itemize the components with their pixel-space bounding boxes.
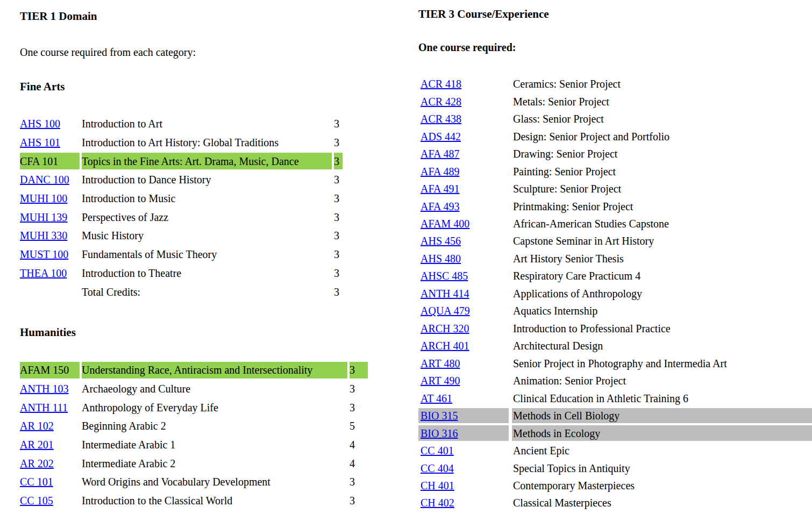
course-code-link[interactable]: AFA 489 <box>421 166 459 177</box>
course-title-cell: Introduction to Music <box>82 189 332 208</box>
course-title-cell: Intermediate Arabic 2 <box>82 454 347 473</box>
course-code-link[interactable]: ARCH 401 <box>421 340 469 352</box>
course-row: AFA 491Sculpture: Senior Project <box>418 180 812 197</box>
course-code-cell: ART 480 <box>418 355 509 372</box>
course-row: ADS 442Design: Senior Project and Portfo… <box>418 127 812 145</box>
course-title-cell: Sculpture: Senior Project <box>512 180 812 197</box>
course-code-link[interactable]: AR 201 <box>20 439 54 451</box>
course-credits-cell: 3 <box>350 361 368 380</box>
course-code-link[interactable]: AT 461 <box>421 392 452 404</box>
course-code-link[interactable]: AFA 491 <box>421 183 459 195</box>
course-code-cell: MUHI 330 <box>20 226 80 245</box>
course-title-cell: Glass: Senior Project <box>512 110 812 127</box>
course-code-link[interactable]: ACR 438 <box>421 113 461 125</box>
course-row: AFAM 400African-American Studies Capston… <box>418 215 812 232</box>
course-code-link[interactable]: ARCH 320 <box>421 323 469 334</box>
course-code-link[interactable]: DANC 100 <box>20 174 69 185</box>
course-code-cell: AFA 489 <box>418 162 509 180</box>
course-code-link[interactable]: ANTH 111 <box>20 402 68 413</box>
course-code-link[interactable]: THEA 100 <box>20 267 67 279</box>
course-code-link[interactable]: CH 401 <box>421 480 454 491</box>
course-row: ANTH 414Applications of Anthropology <box>418 285 812 302</box>
course-code-link[interactable]: CC 401 <box>421 445 454 456</box>
course-code-cell: AQUA 479 <box>418 302 509 319</box>
course-code-cell: ARCH 401 <box>418 337 509 354</box>
course-title-cell: Architectural Design <box>512 337 812 354</box>
course-title-cell: Anthropology of Everyday Life <box>82 398 347 417</box>
course-code-cell: AHS 480 <box>418 250 509 267</box>
course-credits-cell: 4 <box>350 436 368 454</box>
course-credits-cell: 3 <box>350 473 368 491</box>
course-row: DANC 100Introduction to Dance History3 <box>20 170 343 189</box>
course-credits-cell: 3 <box>334 170 343 189</box>
course-credits-cell: 3 <box>350 398 368 417</box>
course-row: AHS 100Introduction to Art3 <box>20 115 343 133</box>
course-code-cell: ACR 438 <box>418 110 509 127</box>
course-code-link[interactable]: CC 105 <box>20 495 53 506</box>
course-row: AQUA 479Aquatics Internship <box>418 302 812 319</box>
course-code-link[interactable]: ART 490 <box>421 375 460 387</box>
course-code-link[interactable]: AHS 101 <box>20 137 60 148</box>
course-row: BIO 316Methods in Ecology <box>418 424 812 441</box>
course-title-cell: Introduction to the Classical World <box>82 491 347 510</box>
course-code-link[interactable]: MUHI 100 <box>20 192 67 204</box>
course-code-link[interactable]: AQUA 479 <box>421 305 470 317</box>
course-code-cell: AFAM 150 <box>20 361 80 380</box>
course-code-link[interactable]: CC 404 <box>421 462 454 474</box>
course-row: AR 202Intermediate Arabic 24 <box>20 454 368 473</box>
course-code-cell: CC 101 <box>20 473 80 491</box>
course-code-cell: THEA 100 <box>20 264 80 283</box>
course-title-cell: Respiratory Care Practicum 4 <box>512 267 812 284</box>
course-code-link[interactable]: AFA 493 <box>421 201 459 212</box>
course-title-cell: Animation: Senior Project <box>512 372 812 389</box>
course-credits-cell: 3 <box>334 282 343 301</box>
course-code-cell: DANC 100 <box>20 170 80 189</box>
course-code-link[interactable]: AFAM 400 <box>421 218 469 230</box>
course-title-cell: Introduction to Theatre <box>82 264 332 283</box>
course-row: CC 101Word Origins and Vocabulary Develo… <box>20 473 368 491</box>
course-credits-cell: 3 <box>334 115 343 133</box>
course-row: CC 404Special Topics in Antiquity <box>418 459 812 476</box>
course-code-link[interactable]: BIO 315 <box>421 410 458 422</box>
course-code-link[interactable]: AHSC 485 <box>421 270 468 282</box>
course-code-link[interactable]: ANTH 414 <box>421 288 469 299</box>
course-code-link[interactable]: ANTH 103 <box>20 383 69 395</box>
course-code-link[interactable]: AHS 456 <box>421 235 461 247</box>
course-code-link[interactable]: ACR 428 <box>421 96 461 108</box>
course-code-link[interactable]: AHS 480 <box>421 253 461 265</box>
course-code-cell: AR 202 <box>20 454 80 473</box>
humanities-heading: Humanities <box>20 326 76 339</box>
course-row: ARCH 401Architectural Design <box>418 337 812 354</box>
course-code-link[interactable]: CH 402 <box>421 497 454 509</box>
course-code-link[interactable]: ACR 418 <box>421 78 461 90</box>
course-code-link[interactable]: MUHI 330 <box>20 230 67 241</box>
course-title-cell: Music History <box>82 226 332 245</box>
course-code-link[interactable]: MUHI 139 <box>20 211 67 223</box>
course-code-cell: AR 201 <box>20 436 80 454</box>
course-row: AFA 493Printmaking: Senior Project <box>418 197 812 215</box>
course-code-cell: MUHI 139 <box>20 208 80 226</box>
course-code-link[interactable]: AFA 487 <box>421 148 459 160</box>
course-code-link[interactable]: ADS 442 <box>421 131 461 142</box>
course-title-cell: Contemporary Masterpieces <box>512 477 812 494</box>
course-code-link[interactable]: AR 202 <box>20 458 54 469</box>
course-code-link[interactable]: MUST 100 <box>20 248 68 260</box>
course-code-cell: CH 402 <box>418 494 509 511</box>
course-code-link[interactable]: AHS 100 <box>20 118 60 130</box>
course-row: ARCH 320Introduction to Professional Pra… <box>418 320 812 337</box>
course-row: ACR 438Glass: Senior Project <box>418 110 812 127</box>
course-code-cell: AFAM 400 <box>418 215 509 232</box>
course-code-link[interactable]: BIO 316 <box>421 427 458 439</box>
course-code-link[interactable]: ART 480 <box>421 358 460 369</box>
course-title-cell: Topics in the Fine Arts: Art. Drama, Mus… <box>82 152 332 170</box>
fine-arts-table: AHS 100Introduction to Art3AHS 101Introd… <box>18 115 345 301</box>
course-title-cell: Metals: Senior Project <box>512 92 812 110</box>
course-credits-cell: 3 <box>334 226 343 245</box>
course-code-link[interactable]: CC 101 <box>20 476 53 488</box>
course-credits-cell: 5 <box>350 417 368 436</box>
course-row: CFA 101Topics in the Fine Arts: Art. Dra… <box>20 152 343 170</box>
course-row: AHS 101Introduction to Art History: Glob… <box>20 133 343 152</box>
course-row: AHS 480Art History Senior Thesis <box>418 250 812 267</box>
course-code-link[interactable]: AR 102 <box>20 420 54 432</box>
course-title-cell: Painting: Senior Project <box>512 162 812 180</box>
